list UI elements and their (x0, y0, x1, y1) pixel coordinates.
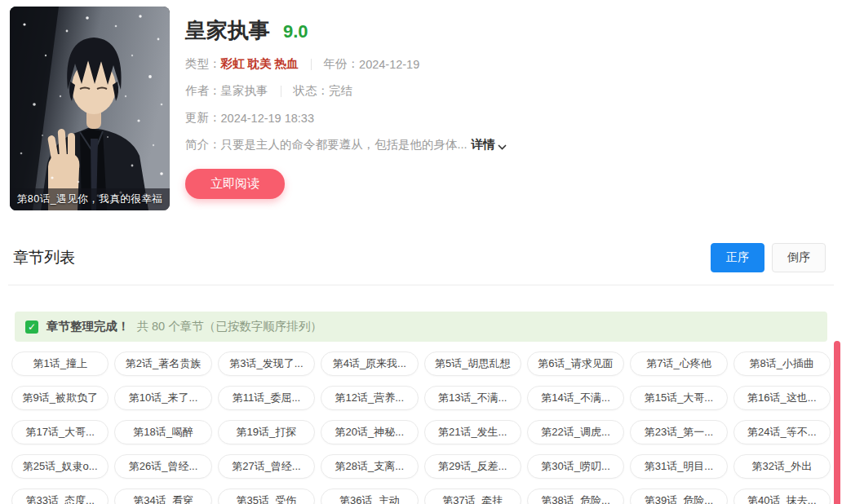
year-label: 年份： (324, 56, 360, 72)
chapter-button[interactable]: 第13话_不满... (424, 386, 521, 410)
cover-caption: 第80话_遇见你，我真的很幸福 (10, 188, 170, 210)
sort-descending-button[interactable]: 倒序 (772, 243, 826, 272)
chapter-button[interactable]: 第28话_支离... (321, 454, 418, 479)
detail-link-label: 详情 (472, 137, 495, 153)
chapter-button[interactable]: 第11话_委屈... (218, 386, 315, 410)
type-label: 类型： (185, 56, 221, 72)
chapter-button[interactable]: 第22话_调虎... (527, 420, 624, 444)
author-label: 作者： (185, 83, 221, 99)
chapter-list-title: 章节列表 (13, 247, 75, 268)
chapter-button[interactable]: 第27话_曾经... (218, 454, 315, 479)
chapter-button[interactable]: 第40话_抹去... (733, 489, 831, 504)
author-value: 皇家执事 (221, 83, 268, 99)
meta-row-update: 更新： 2024-12-19 18:33 (185, 110, 507, 126)
chapter-list-header: 章节列表 正序 倒序 (13, 243, 826, 272)
chapter-button[interactable]: 第26话_曾经... (114, 454, 211, 479)
chapter-button[interactable]: 第4话_原来我... (321, 351, 418, 376)
chapter-button[interactable]: 第29话_反差... (424, 454, 521, 479)
chapter-button[interactable]: 第39话_危险... (630, 489, 727, 504)
page-title: 皇家执事 (185, 16, 270, 45)
update-value: 2024-12-19 18:33 (221, 112, 315, 125)
chevron-down-icon (498, 139, 507, 153)
check-icon: ✓ (25, 321, 38, 334)
chapter-button[interactable]: 第10话_来了... (114, 386, 211, 410)
chapter-button[interactable]: 第20话_神秘... (321, 420, 418, 444)
chapter-button[interactable]: 第5话_胡思乱想 (424, 351, 521, 376)
chapter-button[interactable]: 第14话_不满... (527, 386, 624, 410)
chapter-button[interactable]: 第32话_外出 (733, 454, 831, 479)
read-now-button[interactable]: 立即阅读 (185, 169, 285, 199)
meta-row-author-status: 作者： 皇家执事 状态： 完结 (185, 83, 507, 99)
rating-badge: 9.0 (283, 21, 308, 42)
year-value: 2024-12-19 (359, 58, 419, 71)
scrollbar[interactable] (834, 341, 840, 504)
chapter-button[interactable]: 第36话_主动 (321, 489, 418, 504)
chapter-button[interactable]: 第8话_小插曲 (733, 351, 831, 376)
comic-header: 第80话_遇见你，我真的很幸福 皇家执事 9.0 类型： 彩虹 耽美 热血 年份… (0, 0, 842, 210)
description-label: 简介： (185, 137, 221, 153)
cover-art (10, 7, 170, 210)
chapter-button[interactable]: 第1话_撞上 (11, 351, 109, 376)
chapter-button[interactable]: 第18话_喝醉 (114, 420, 211, 444)
chapter-button[interactable]: 第19话_打探 (218, 420, 315, 444)
meta-row-description: 简介： 只要是主人的命令都要遵从，包括是他的身体... 详情 (185, 137, 507, 153)
meta-row-type-year: 类型： 彩虹 耽美 热血 年份： 2024-12-19 (185, 56, 507, 72)
chapter-button[interactable]: 第35话_受伤 (218, 489, 315, 504)
chapter-button[interactable]: 第12话_营养... (321, 386, 418, 410)
chapter-button[interactable]: 第16话_这也... (733, 386, 831, 410)
notice-title: 章节整理完成！ (47, 319, 130, 334)
chapter-button[interactable]: 第7话_心疼他 (630, 351, 727, 376)
chapter-button[interactable]: 第37话_牵挂 (424, 489, 521, 504)
chapter-button[interactable]: 第23话_第一... (630, 420, 727, 444)
comic-detail-page: 第80话_遇见你，我真的很幸福 皇家执事 9.0 类型： 彩虹 耽美 热血 年份… (0, 0, 842, 504)
chapter-button[interactable]: 第34话_看穿 (114, 489, 211, 504)
update-label: 更新： (185, 110, 221, 126)
divider (311, 59, 312, 70)
chapter-button[interactable]: 第15话_大哥... (630, 386, 727, 410)
chapter-button[interactable]: 第31话_明目... (630, 454, 727, 479)
comic-info: 皇家执事 9.0 类型： 彩虹 耽美 热血 年份： 2024-12-19 作者：… (185, 7, 507, 210)
sort-ascending-button[interactable]: 正序 (711, 243, 764, 272)
sort-button-group: 正序 倒序 (711, 243, 826, 272)
detail-expand-link[interactable]: 详情 (472, 137, 507, 153)
chapter-button[interactable]: 第3话_发现了... (218, 351, 315, 376)
cover-image[interactable]: 第80话_遇见你，我真的很幸福 (10, 7, 170, 210)
description-text: 只要是主人的命令都要遵从，包括是他的身体... (221, 137, 468, 153)
notice-detail: 共 80 个章节（已按数字顺序排列） (137, 319, 322, 334)
chapter-button[interactable]: 第2话_著名贵族 (114, 351, 211, 376)
status-value: 完结 (329, 83, 352, 99)
chapter-button[interactable]: 第9话_被欺负了 (11, 386, 109, 410)
chapter-button[interactable]: 第38话_危险... (527, 489, 624, 504)
chapter-button[interactable]: 第6话_请求见面 (527, 351, 624, 376)
chapter-button[interactable]: 第25话_奴隶o... (11, 454, 109, 479)
type-tags[interactable]: 彩虹 耽美 热血 (221, 56, 299, 72)
chapter-button[interactable]: 第30话_唠叨... (527, 454, 624, 479)
chapter-grid: 第1话_撞上 第2话_著名贵族 第3话_发现了... 第4话_原来我... 第5… (11, 351, 831, 504)
chapter-button[interactable]: 第24话_等不... (733, 420, 831, 444)
chapter-button[interactable]: 第21话_发生... (424, 420, 521, 444)
chapter-notice-banner: ✓ 章节整理完成！ 共 80 个章节（已按数字顺序排列） (15, 312, 827, 342)
divider (281, 86, 281, 97)
status-label: 状态： (294, 83, 330, 99)
chapter-button[interactable]: 第33话_态度... (11, 489, 109, 504)
chapter-button[interactable]: 第17话_大哥... (11, 420, 109, 444)
section-divider (8, 285, 834, 285)
